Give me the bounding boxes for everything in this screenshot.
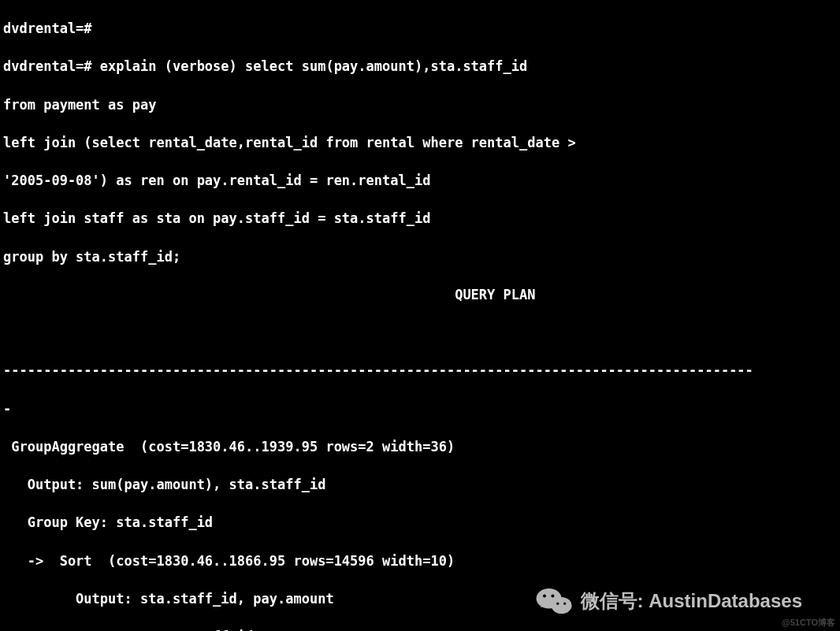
sql-line: left join (select rental_date,rental_id …: [3, 133, 837, 152]
svg-point-2: [551, 595, 554, 598]
plan-row: GroupAggregate (cost=1830.46..1939.95 ro…: [3, 437, 837, 456]
separator: -: [3, 399, 837, 418]
svg-point-6: [556, 603, 559, 605]
blank-line: [3, 323, 837, 342]
svg-point-5: [551, 597, 571, 614]
plan-row: -> Sort (cost=1830.46..1866.95 rows=1459…: [3, 551, 837, 570]
sql-line: from payment as pay: [3, 95, 837, 114]
plan-row: Sort Key: sta.staff_id: [3, 627, 837, 631]
separator: ----------------------------------------…: [3, 361, 837, 380]
svg-point-7: [563, 603, 566, 605]
wechat-icon: [535, 585, 573, 617]
corner-watermark: @51CTO博客: [782, 617, 835, 629]
sql-line: left join staff as sta on pay.staff_id =…: [3, 209, 837, 228]
sql-line: group by sta.staff_id;: [3, 247, 837, 266]
plan-row: Output: sum(pay.amount), sta.staff_id: [3, 475, 837, 494]
prompt-line: dvdrental=#: [3, 19, 837, 38]
query-plan-header: QUERY PLAN: [3, 285, 837, 304]
plan-row: Group Key: sta.staff_id: [3, 513, 837, 532]
sql-line: '2005-09-08') as ren on pay.rental_id = …: [3, 171, 837, 190]
terminal-output[interactable]: dvdrental=# dvdrental=# explain (verbose…: [0, 0, 840, 631]
svg-point-1: [543, 595, 546, 598]
watermark: 微信号: AustinDatabases: [535, 585, 802, 617]
watermark-label: 微信号: AustinDatabases: [581, 588, 802, 614]
sql-line: dvdrental=# explain (verbose) select sum…: [3, 57, 837, 76]
